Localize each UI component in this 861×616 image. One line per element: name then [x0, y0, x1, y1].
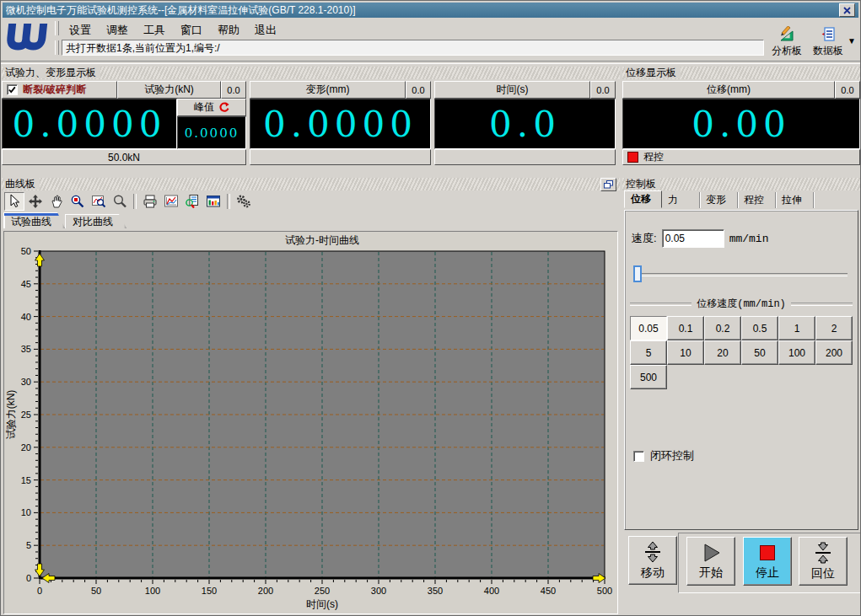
- move-tool-button[interactable]: [25, 192, 46, 211]
- speed-slider-track[interactable]: [633, 273, 848, 276]
- data-window-icon: [206, 194, 221, 209]
- curve-inspect-tool-button[interactable]: [182, 192, 202, 211]
- menu-item-4[interactable]: 帮助: [210, 21, 247, 37]
- close-button[interactable]: [839, 3, 855, 17]
- speed-button-50[interactable]: 50: [741, 340, 778, 365]
- data-panel-button[interactable]: 数据板: [809, 25, 848, 59]
- toolbar-overflow-arrow[interactable]: ▼: [848, 36, 856, 46]
- svg-text:50: 50: [91, 586, 101, 596]
- control-tab-2[interactable]: 变形: [700, 192, 738, 208]
- peak-header[interactable]: 峰值: [177, 99, 246, 116]
- menu-item-0[interactable]: 设置: [62, 21, 99, 37]
- closed-loop-row[interactable]: 闭环控制: [633, 448, 694, 463]
- speed-button-100[interactable]: 100: [778, 340, 815, 365]
- control-tab-3[interactable]: 程控: [738, 192, 776, 208]
- force-value-display: 0.0000: [2, 99, 177, 149]
- menu-item-1[interactable]: 调整: [99, 21, 136, 37]
- svg-text:300: 300: [371, 586, 386, 596]
- force-panel-title: 试验力、变形显示板: [4, 67, 100, 78]
- menu-item-5[interactable]: 退出: [247, 21, 284, 37]
- speed-button-10[interactable]: 10: [667, 340, 704, 365]
- start-button[interactable]: 开始: [686, 537, 735, 586]
- check-icon: [8, 85, 17, 94]
- menu-item-2[interactable]: 工具: [136, 21, 173, 37]
- deform-footer: [250, 149, 431, 165]
- analysis-panel-button[interactable]: 分析板: [765, 25, 809, 59]
- time-aux-value: 0.0: [590, 81, 616, 99]
- speed-button-5[interactable]: 5: [630, 340, 667, 365]
- select-tool-button[interactable]: [4, 192, 24, 211]
- zoom-tool-button[interactable]: [110, 192, 130, 211]
- control-tab-bar: 位移力变形程控拉伸: [622, 190, 861, 208]
- control-tab-4[interactable]: 拉伸: [776, 192, 814, 208]
- svg-text:5: 5: [26, 540, 31, 550]
- fracture-checkbox[interactable]: [7, 84, 18, 95]
- data-window-tool-button[interactable]: [203, 192, 223, 211]
- curve-panel: 曲线板 试验曲线对比曲线 050100150200250300350400450…: [2, 178, 620, 616]
- force-header: 试验力(kN): [117, 81, 221, 99]
- home-button[interactable]: 回位: [799, 537, 848, 586]
- control-tab-1[interactable]: 力: [662, 192, 700, 208]
- force-range-label: 50.0kN: [2, 149, 246, 165]
- speed-button-grid: 0.050.10.20.5125102050100200500: [630, 316, 853, 389]
- return-arrows-icon: [811, 541, 835, 565]
- peak-value-display: 0.0000: [177, 116, 246, 149]
- program-control-indicator: [627, 152, 638, 163]
- restore-icon: [604, 180, 613, 189]
- speed-button-20[interactable]: 20: [704, 340, 741, 365]
- fracture-checkbox-cell[interactable]: 断裂/破碎判断: [2, 81, 117, 99]
- curve-inspect-icon: [185, 194, 200, 209]
- curve-panel-title: 曲线板: [4, 178, 40, 190]
- pan-icon: [49, 194, 64, 209]
- fracture-label: 断裂/破碎判断: [23, 83, 86, 97]
- svg-text:45: 45: [21, 279, 31, 289]
- peak-reset-icon[interactable]: [218, 102, 229, 113]
- move-button[interactable]: 移动: [628, 536, 677, 585]
- speed-button-200[interactable]: 200: [815, 340, 853, 365]
- deform-display-unit: 变形(mm) 0.0 0.0000: [250, 81, 431, 165]
- zoom-curve-icon: [91, 194, 106, 209]
- speed-button-0.5[interactable]: 0.5: [741, 316, 778, 340]
- speed-button-0.1[interactable]: 0.1: [667, 316, 704, 340]
- analysis-icon: [778, 26, 795, 43]
- speed-input[interactable]: [662, 229, 724, 248]
- run-button-group: 开始 停止 回位: [678, 533, 861, 593]
- curve-chart-area[interactable]: 0501001502002503003504004505000510152025…: [3, 231, 618, 614]
- peak-label: 峰值: [194, 100, 214, 115]
- control-panel: 控制板 位移力变形程控拉伸 速度: mm/min 位移速度(mm/min) 0.…: [622, 178, 861, 616]
- move-arrows-icon: [641, 540, 665, 564]
- gears-icon: [236, 194, 251, 209]
- force-time-chart[interactable]: 0501001502002503003504004505000510152025…: [4, 232, 617, 614]
- speed-button-2[interactable]: 2: [815, 316, 853, 340]
- deform-aux-value: 0.0: [406, 81, 431, 99]
- svg-text:试验力(kN): 试验力(kN): [5, 390, 17, 440]
- curve-tab-1[interactable]: 对比曲线: [65, 214, 126, 228]
- menubar-grip: [55, 21, 59, 35]
- curve-style-tool-button[interactable]: [161, 192, 181, 211]
- float-panel-button[interactable]: [600, 178, 616, 191]
- close-icon: [843, 7, 851, 14]
- start-button-label: 开始: [699, 565, 723, 581]
- closed-loop-checkbox[interactable]: [633, 451, 644, 462]
- speed-button-1[interactable]: 1: [778, 316, 815, 340]
- pan-tool-button[interactable]: [46, 192, 67, 211]
- stop-button[interactable]: 停止: [743, 537, 792, 586]
- speed-button-0.05[interactable]: 0.05: [630, 316, 667, 340]
- speed-slider-handle[interactable]: [633, 265, 642, 282]
- control-tab-0[interactable]: 位移: [624, 190, 662, 208]
- svg-text:400: 400: [484, 586, 499, 596]
- select-icon: [7, 194, 22, 209]
- print-tool-button[interactable]: [140, 192, 160, 211]
- zoom-region-tool-button[interactable]: [67, 192, 88, 211]
- svg-text:0: 0: [26, 573, 31, 583]
- zoom-curve-tool-button[interactable]: [89, 192, 109, 211]
- speed-button-500[interactable]: 500: [630, 365, 667, 389]
- gears-tool-button[interactable]: [234, 192, 254, 211]
- menu-item-3[interactable]: 窗口: [173, 21, 210, 37]
- curve-tab-0[interactable]: 试验曲线: [3, 212, 65, 228]
- displacement-footer: 程控: [622, 149, 860, 165]
- app-logo: [5, 20, 49, 56]
- move-button-label: 移动: [641, 565, 665, 581]
- speed-button-0.2[interactable]: 0.2: [704, 316, 741, 340]
- status-field: 共打开数据1条,当前位置为1,编号:/: [62, 40, 764, 56]
